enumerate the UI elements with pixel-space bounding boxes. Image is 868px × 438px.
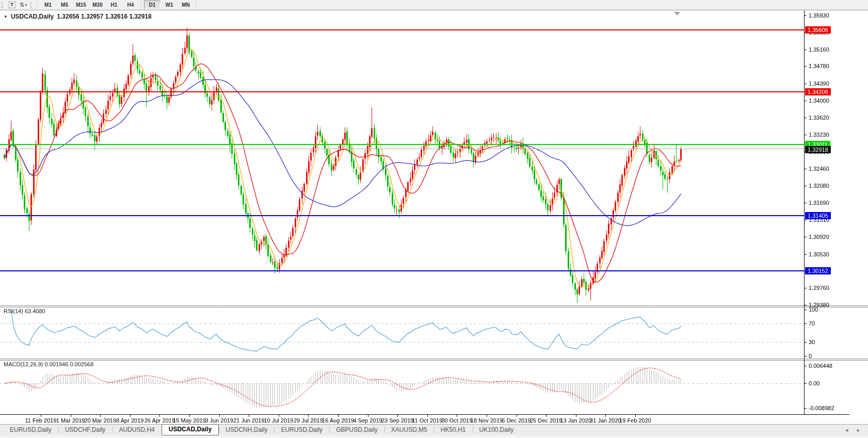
cursor-tool-button[interactable]: ⇅ ▾ xyxy=(19,2,28,9)
symbol-dropdown-icon[interactable]: ▼ xyxy=(4,14,8,19)
price-tick-label: 1.35160 xyxy=(809,46,829,53)
text-tool-icon: T xyxy=(9,2,15,8)
price-tick-label: 1.30920 xyxy=(809,234,829,240)
chart-tab-usdcad-daily[interactable]: USDCAD,Daily xyxy=(162,424,219,435)
date-tick-label: 19 Feb 2020 xyxy=(619,417,651,424)
date-tick-label: 1 Mar 2019 xyxy=(56,417,85,424)
level-price-badge: 1.35606 xyxy=(805,26,831,34)
timeframe-button-w1[interactable]: W1 xyxy=(162,1,177,9)
chart-tab-eurusd-daily[interactable]: EURUSD,Daily xyxy=(274,425,329,435)
timeframe-button-h4[interactable]: H4 xyxy=(123,1,138,9)
timeframe-button-group: M1M5M15M30H1H4D1W1MN xyxy=(40,1,199,9)
level-price-badge: 1.31405 xyxy=(805,212,831,219)
price-tick-label: 1.29760 xyxy=(809,285,829,291)
date-tick-label: 3 Jun 2019 xyxy=(205,417,233,424)
date-tick-label: 16 Aug 2019 xyxy=(322,417,354,424)
toolbar-separator xyxy=(37,2,38,9)
date-tick-label: 11 Oct 2019 xyxy=(412,417,442,424)
rsi-tick-label: 70 xyxy=(809,320,815,327)
rsi-indicator-label: RSI(14) 63.4080 xyxy=(4,308,45,314)
tab-scroll-right-icon[interactable]: ► xyxy=(856,428,861,433)
chart-tab-gbpusd-daily[interactable]: GBPUSD,Daily xyxy=(329,425,384,435)
timeframe-button-d1[interactable]: D1 xyxy=(144,1,160,9)
rsi-tick-label: 100 xyxy=(809,306,818,313)
date-tick-label: 15 May 2019 xyxy=(173,417,206,424)
mt4-window: T ⇅ ▾ M1M5M15M30H1H4D1W1MN ▼ USDCAD,Dail… xyxy=(0,0,868,438)
timeframe-button-mn[interactable]: MN xyxy=(178,1,194,9)
arrows-icon: ⇅ xyxy=(20,2,24,8)
rsi-tick-label: 0 xyxy=(809,353,812,359)
date-tick-label: 11 Feb 2019 xyxy=(25,417,57,424)
price-tick-label: 1.33620 xyxy=(809,115,829,121)
date-tick-label: 20 Mar 2019 xyxy=(84,417,116,424)
macd-tick-label: 0.00 xyxy=(809,380,819,386)
timeframe-button-m1[interactable]: M1 xyxy=(40,1,56,9)
date-tick-label: 25 Dec 2019 xyxy=(530,417,562,424)
date-tick-label: 30 Oct 2019 xyxy=(441,417,472,424)
rsi-tick-label: 30 xyxy=(809,339,815,345)
macd-tick-label: 0.006448 xyxy=(809,363,832,369)
toolbar: T ⇅ ▾ M1M5M15M30H1H4D1W1MN xyxy=(0,0,868,10)
date-tick-label: 4 Sep 2019 xyxy=(353,417,382,424)
chart-shift-marker[interactable] xyxy=(674,12,680,15)
chart-canvas[interactable] xyxy=(0,10,868,438)
date-tick-label: 18 Nov 2019 xyxy=(471,417,503,424)
chart-window: ▼ USDCAD,Daily 1.32656 1.32957 1.32616 1… xyxy=(0,10,868,424)
tab-scroll-nav: ◄ ► xyxy=(844,428,861,433)
price-tick-label: 1.34000 xyxy=(809,98,829,104)
macd-tick-label: -0.008982 xyxy=(809,405,834,411)
level-price-badge: 1.30152 xyxy=(805,267,831,274)
chart-tab-uk100-daily[interactable]: UK100,Daily xyxy=(473,425,521,435)
chart-tab-usdcnh-daily[interactable]: USDCNH,Daily xyxy=(219,425,274,435)
chart-tab-hk50-h1[interactable]: HK50,H1 xyxy=(434,425,473,435)
chart-tab-bar: EURUSD,DailyUSDCHF,DailyAUDUSD,H4USDCAD,… xyxy=(0,424,868,435)
price-tick-label: 1.32460 xyxy=(809,166,829,172)
date-tick-label: 23 Sep 2019 xyxy=(381,417,413,424)
date-tick-label: 8 Apr 2019 xyxy=(116,417,143,424)
date-tick-label: 10 Jul 2019 xyxy=(264,417,293,424)
chart-tab-xauusd-m5[interactable]: XAUUSD,M5 xyxy=(384,425,434,435)
timeframe-button-h1[interactable]: H1 xyxy=(106,1,122,9)
date-tick-label: 6 Dec 2019 xyxy=(502,417,531,424)
date-tick-label: 21 Jun 2019 xyxy=(233,417,265,424)
timeframe-button-m30[interactable]: M30 xyxy=(90,1,105,9)
tab-scroll-left-icon[interactable]: ◄ xyxy=(844,428,849,433)
status-strip xyxy=(0,435,868,438)
current-price-badge: 1.32918 xyxy=(805,146,831,153)
symbol-label: USDCAD,Daily xyxy=(11,13,54,20)
text-tool-button[interactable]: T xyxy=(7,2,17,9)
toolbar-grip xyxy=(2,2,5,8)
price-tick-label: 1.35930 xyxy=(809,12,829,19)
timeframe-button-m5[interactable]: M5 xyxy=(57,1,72,9)
toolbar-separator xyxy=(196,2,197,9)
chevron-down-icon: ▾ xyxy=(25,3,27,7)
price-tick-label: 1.32080 xyxy=(809,183,829,189)
date-tick-label: 29 Jul 2019 xyxy=(294,417,323,424)
price-tick-label: 1.30530 xyxy=(809,251,829,257)
timeframe-button-m15[interactable]: M15 xyxy=(73,1,89,9)
chart-tab-usdchf-daily[interactable]: USDCHF,Daily xyxy=(58,425,112,435)
price-tick-label: 1.34780 xyxy=(809,63,829,69)
chart-tab-eurusd-daily[interactable]: EURUSD,Daily xyxy=(3,425,58,435)
price-tick-label: 1.33230 xyxy=(809,132,829,138)
chart-tab-audusd-h4[interactable]: AUDUSD,H4 xyxy=(112,425,161,435)
price-tick-label: 1.34390 xyxy=(809,80,829,87)
toolbar-separator xyxy=(141,2,141,9)
chart-tabs: EURUSD,DailyUSDCHF,DailyAUDUSD,H4USDCAD,… xyxy=(3,425,520,435)
date-tick-label: 13 Jan 2020 xyxy=(560,417,592,424)
chart-title: ▼ USDCAD,Daily 1.32656 1.32957 1.32616 1… xyxy=(4,13,152,20)
date-tick-label: 31 Jan 2020 xyxy=(590,417,621,424)
ohlc-values: 1.32656 1.32957 1.32616 1.32918 xyxy=(57,13,152,20)
level-price-badge: 1.34206 xyxy=(805,88,831,95)
date-tick-label: 26 Apr 2019 xyxy=(144,417,175,424)
macd-indicator-label: MACD(12,26,9) 0.001946 0.002568 xyxy=(4,361,93,367)
toolbar-grip xyxy=(30,2,34,8)
price-tick-label: 1.31690 xyxy=(809,200,829,206)
